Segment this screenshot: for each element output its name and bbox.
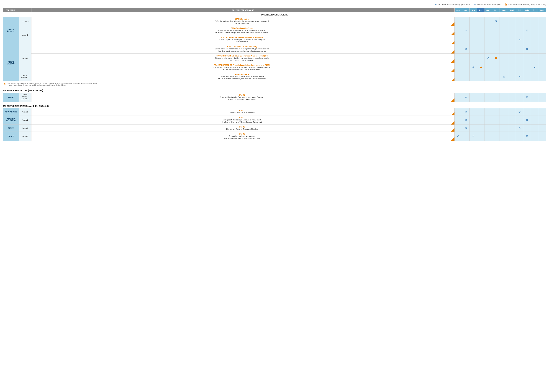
cell-juin-5 [523, 54, 531, 63]
header-dec: Déc [477, 8, 485, 12]
stage-aeromat-subtitle: Aerospace Material Design & Innovation M… [33, 119, 451, 123]
mail-icon-aeromat: ✉ [465, 119, 467, 121]
stage-adpharming-subtitle: Advanced Pharmaceutical Engineering [33, 112, 451, 114]
cell-nov-adpharming [470, 108, 477, 115]
mail-icon-adpharming: ✉ [465, 111, 467, 113]
cell-juin-aeromat: ⚙ [523, 115, 531, 125]
orange-corner-5 [451, 59, 454, 63]
cell-mars-1 [500, 17, 508, 26]
cell-avril-ampas [508, 93, 516, 102]
cell-mai-2 [516, 26, 523, 35]
cell-dec-2 [477, 26, 485, 35]
cell-fev-3 [492, 35, 500, 44]
level-apprenti: Licence 3à Master 2* [19, 72, 31, 81]
mail-icon-ampas: ✉ [465, 96, 467, 98]
cell-juin-biwem [523, 125, 531, 132]
section-masters-internationaux-title: MASTERS INTERNATIONAUX (EN ANGLAIS) [3, 105, 546, 107]
scale-label: SCALE [3, 132, 19, 141]
header-obj: OBJECTIF PÉDAGOGIQUE [31, 8, 455, 12]
row-licence3-operateur: FILIÈRE ÉTUDIANT Licence 3 STAGE Opérate… [3, 17, 546, 26]
cell-janv-1 [485, 17, 492, 26]
cell-aout-4 [538, 44, 546, 54]
school-legend-text: Présence des élèves à l'école (travail p… [508, 4, 546, 6]
cell-fev-7 [492, 72, 500, 81]
level-ampas: Licence 3à Master 23 ansd'expérience [19, 93, 31, 102]
cell-mars-aeromat [500, 115, 508, 125]
obj-tfe: STAGE Travail de Fin d'Études (TFE) L'él… [31, 44, 455, 54]
header-fev: Fév [492, 8, 500, 12]
cell-juil-2 [531, 26, 538, 35]
orange-corner-4 [451, 50, 454, 54]
stage-aeromat-title: STAGE [33, 117, 451, 119]
cell-janv-ampas [485, 93, 492, 102]
row-aeromat: AEROMAT-INNOVATION Master 2 STAGE Aerosp… [3, 115, 546, 125]
orange-corner-adpharming [451, 112, 454, 115]
cell-dec-scale [477, 132, 485, 141]
cell-aout-ampas [538, 93, 546, 102]
cell-oct-biwem: ✉ [462, 125, 470, 132]
cell-mai-6 [516, 63, 523, 72]
cell-sept-6 [455, 63, 462, 72]
cell-janv-4 [485, 44, 492, 54]
cell-juil-aeromat [531, 115, 538, 125]
cell-avril-5 [508, 54, 516, 63]
ampas-label: AMPAS [3, 93, 19, 102]
cell-sept-3 [455, 35, 462, 44]
header-aout: Août [538, 8, 546, 12]
cell-janv-6 [485, 63, 492, 72]
cell-fev-1: ⚙ [492, 17, 500, 26]
factory-icon-aeromat: ⚙ [526, 119, 528, 122]
cell-dec-1 [477, 17, 485, 26]
stage-pibsi-title: PROJET ENTREPRISE Projet Industriel : Bi… [33, 64, 451, 66]
stage-adpharming-title: STAGE [33, 110, 451, 112]
cell-mai-1 [516, 17, 523, 26]
cell-nov-biwem [470, 125, 477, 132]
cell-avril-6 [508, 63, 516, 72]
cell-dec-ampas [477, 93, 485, 102]
cell-fev-5: 🏛 [492, 54, 500, 63]
cell-mars-5 [500, 54, 508, 63]
cell-fev-biwem [492, 125, 500, 132]
obj-operateur: STAGE Opérateur L'élève doit s'intégrer … [31, 17, 455, 26]
cell-aout-3 [538, 35, 546, 44]
mail-icon: ✉ [465, 29, 467, 32]
filiere-etudiant-cell-2: FILIÈRE ÉTUDIANT [3, 44, 19, 81]
cell-nov-4 [470, 44, 477, 54]
mail-icon-7: ✉ [519, 75, 521, 78]
level-adpharming: Master 2 [19, 108, 31, 115]
cell-sept-1 [455, 17, 462, 26]
cell-janv-7 [485, 72, 492, 81]
cell-dec-3 [477, 35, 485, 44]
row-master1-mia: PROJET ENTREPRISE Mission Innov' Action … [3, 35, 546, 44]
cell-juil-1 [531, 17, 538, 26]
stage-dpi-title: PROJET ENTREPRISE Développement de Proje… [33, 55, 451, 57]
cell-sept-7 [455, 72, 462, 81]
factory-icon-scale-sept: ⚙ [457, 135, 459, 138]
row-ampas: AMPAS Licence 3à Master 23 ansd'expérien… [3, 93, 546, 102]
cell-juin-1 [523, 17, 531, 26]
stage-apprentissage-title: APPRENTISSAGE [33, 73, 451, 75]
cell-nov-scale: ✉ [470, 132, 477, 141]
orange-corner-scale [451, 137, 454, 141]
legend-school: 🏛 Présence des élèves à l'école (travail… [505, 3, 546, 6]
cell-aout-7 [538, 72, 546, 81]
factory-icon-4: ⚙ [526, 48, 528, 50]
cell-janv-3 [485, 35, 492, 44]
stage-biwem-subtitle: Biomass and Waste for Energy and Materia… [33, 128, 451, 130]
cell-juin-2: ⚙ [523, 26, 531, 35]
obj-scale: STAGE Supply Chain And Lean ManagementDi… [31, 132, 455, 141]
cell-dec-6: 🏛 [477, 63, 485, 72]
stage-ampas-subtitle: Advanced Manufacturing Processes for Aer… [33, 96, 451, 101]
factory-icon-2: ⚙ [526, 29, 528, 32]
cell-mars-7: ⚙ [500, 72, 508, 81]
cell-oct-3 [462, 35, 470, 44]
level-master1: Master 1* [19, 26, 31, 44]
factory-icon-5: ⚙ [487, 57, 490, 60]
stage-apprentissage-text: L'apprenti est présent plus de 30 semain… [33, 76, 451, 80]
obj-assistant: STAGE Assistant Ingénieur L'élève doit, … [31, 26, 455, 35]
cell-dec-adpharming [477, 108, 485, 115]
cell-oct-ampas: ✉ [462, 93, 470, 102]
cell-mai-biwem: ⚙ [516, 125, 523, 132]
cell-fev-2 [492, 26, 500, 35]
table-masters-internationaux: ADPHARMING Master 2 STAGE Advanced Pharm… [3, 108, 546, 141]
